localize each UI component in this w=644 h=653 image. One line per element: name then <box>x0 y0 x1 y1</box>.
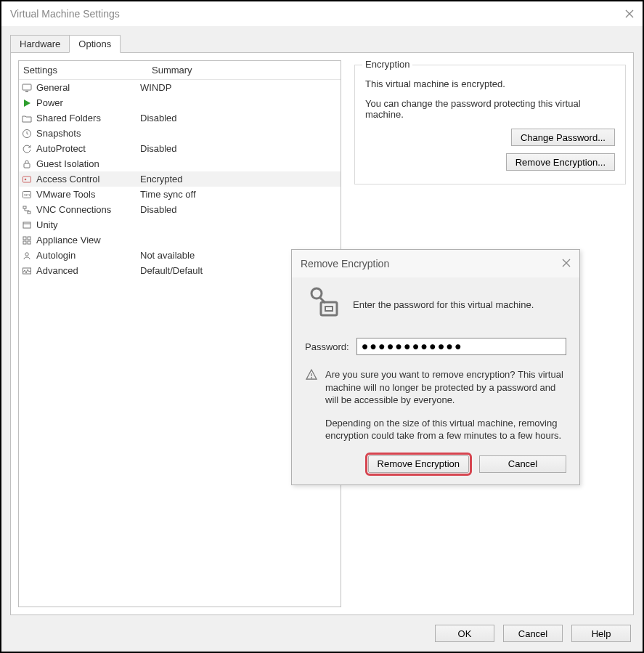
folder-icon <box>19 113 35 123</box>
titlebar: Virtual Machine Settings <box>1 1 643 26</box>
svg-rect-3 <box>24 163 30 168</box>
dialog-prompt: Enter the password for this virtual mach… <box>353 299 534 310</box>
settings-item-label: Unity <box>35 219 140 230</box>
close-icon[interactable] <box>562 258 571 269</box>
help-button[interactable]: Help <box>571 625 631 642</box>
svg-point-22 <box>311 377 312 378</box>
network-icon <box>19 205 35 215</box>
settings-item-summary: Encrypted <box>140 174 341 184</box>
tab-options[interactable]: Options <box>69 35 121 53</box>
encryption-groupbox: Encryption This virtual machine is encry… <box>354 65 626 184</box>
svg-rect-12 <box>23 237 26 240</box>
settings-item-summary: Time sync off <box>140 189 341 200</box>
warning-text-2: Depending on the size of this virtual ma… <box>325 417 566 442</box>
settings-item-label: Autologin <box>35 250 140 261</box>
encryption-status-text: This virtual machine is encrypted. <box>365 78 615 89</box>
grid-icon <box>19 235 35 246</box>
remove-encryption-dialog: Remove Encryption Enter the password for… <box>291 249 580 485</box>
vm-icon: vm <box>19 190 35 200</box>
refresh-icon <box>19 144 35 154</box>
svg-rect-15 <box>28 241 30 244</box>
settings-item-shared-folders[interactable]: Shared Folders Disabled <box>19 110 341 126</box>
key-lock-icon <box>305 285 343 325</box>
settings-item-label: General <box>35 82 140 93</box>
svg-rect-10 <box>23 222 30 228</box>
svg-point-16 <box>25 252 28 255</box>
col-header-summary: Summary <box>147 61 341 79</box>
settings-item-guest-isolation[interactable]: Guest Isolation <box>19 156 341 171</box>
settings-item-label: Snapshots <box>35 128 140 139</box>
settings-item-power[interactable]: Power <box>19 95 341 110</box>
svg-text:vm: vm <box>24 192 30 197</box>
svg-rect-0 <box>23 84 31 90</box>
warning-text-1: Are you sure you want to remove encrypti… <box>325 368 566 407</box>
settings-item-label: AutoProtect <box>35 143 140 154</box>
settings-item-vnc[interactable]: VNC Connections Disabled <box>19 202 341 217</box>
encryption-info-text: You can change the password protecting t… <box>365 98 615 120</box>
settings-item-unity[interactable]: Unity <box>19 217 341 232</box>
settings-item-summary: WINDP <box>140 82 341 93</box>
svg-rect-13 <box>28 237 30 240</box>
settings-item-appliance-view[interactable]: Appliance View <box>19 232 341 248</box>
settings-item-label: Shared Folders <box>35 113 140 123</box>
settings-item-summary: Disabled <box>140 113 341 123</box>
settings-item-label: Power <box>35 97 140 108</box>
svg-rect-4 <box>23 177 31 182</box>
dialog-cancel-button[interactable]: Cancel <box>479 455 566 473</box>
settings-item-label: Guest Isolation <box>35 158 140 169</box>
settings-item-summary: Disabled <box>140 204 341 215</box>
settings-item-autoprotect[interactable]: AutoProtect Disabled <box>19 141 341 156</box>
svg-rect-14 <box>23 241 26 244</box>
dialog-title: Remove Encryption <box>301 258 389 269</box>
close-icon[interactable] <box>625 9 634 18</box>
key-icon <box>19 174 35 184</box>
remove-encryption-button[interactable]: Remove Encryption... <box>506 153 615 171</box>
tab-hardware[interactable]: Hardware <box>10 35 69 53</box>
tabstrip: Hardware Options <box>10 35 634 52</box>
user-icon <box>19 251 35 261</box>
svg-rect-1 <box>25 91 28 92</box>
password-input[interactable] <box>356 338 566 355</box>
waveform-icon <box>19 266 35 276</box>
encryption-legend: Encryption <box>362 59 412 70</box>
password-label: Password: <box>305 341 349 352</box>
cancel-button[interactable]: Cancel <box>503 625 563 642</box>
settings-item-label: Access Control <box>35 174 140 184</box>
settings-item-label: VNC Connections <box>35 204 140 215</box>
svg-rect-9 <box>28 211 30 214</box>
svg-rect-20 <box>325 307 333 311</box>
settings-item-vmware-tools[interactable]: vm VMware Tools Time sync off <box>19 187 341 202</box>
settings-item-label: Appliance View <box>35 235 140 246</box>
settings-item-label: VMware Tools <box>35 189 140 200</box>
svg-rect-19 <box>321 302 337 315</box>
settings-item-access-control[interactable]: Access Control Encrypted <box>19 171 341 187</box>
confirm-remove-encryption-button[interactable]: Remove Encryption <box>368 455 469 473</box>
settings-item-snapshots[interactable]: Snapshots <box>19 126 341 141</box>
clock-icon <box>19 129 35 139</box>
svg-point-5 <box>25 178 27 180</box>
dialog-titlebar: Remove Encryption <box>292 250 579 277</box>
play-icon <box>19 98 35 108</box>
settings-item-general[interactable]: General WINDP <box>19 80 341 95</box>
col-header-settings: Settings <box>19 61 147 79</box>
settings-item-summary: Disabled <box>140 143 341 154</box>
vm-settings-window: Virtual Machine Settings Hardware Option… <box>0 0 644 653</box>
settings-item-label: Advanced <box>35 265 140 276</box>
window-icon <box>19 220 35 230</box>
warning-icon <box>305 368 318 453</box>
svg-rect-8 <box>23 206 26 208</box>
ok-button[interactable]: OK <box>435 625 494 642</box>
lock-icon <box>19 159 35 169</box>
monitor-icon <box>19 83 35 93</box>
window-title: Virtual Machine Settings <box>10 8 120 20</box>
change-password-button[interactable]: Change Password... <box>511 129 615 146</box>
dialog-footer: OK Cancel Help <box>1 615 643 652</box>
settings-list-header: Settings Summary <box>19 61 341 80</box>
